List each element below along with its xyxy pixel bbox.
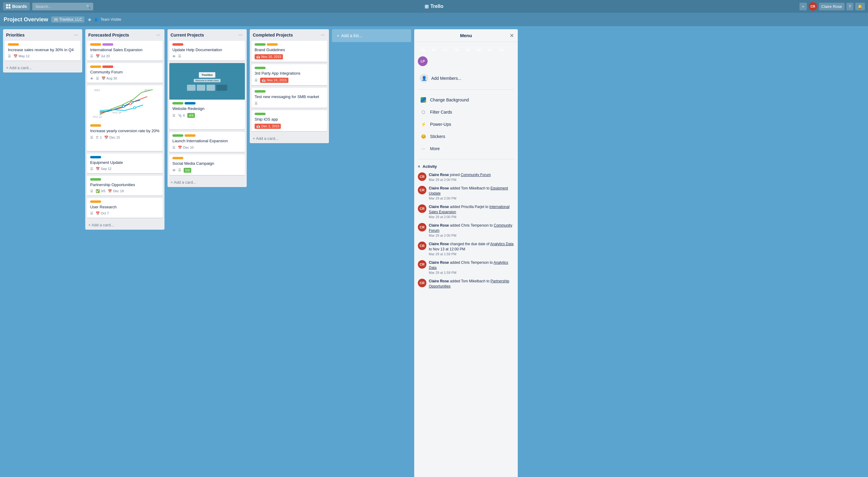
board-org[interactable]: 🏢 Travidux, LLC [51, 17, 84, 23]
card-help-docs[interactable]: Update Help Documentation 👁 ☰ PP [169, 41, 245, 61]
label-yellow [267, 43, 278, 46]
add-card-forecasted[interactable]: + Add a card... [85, 220, 164, 230]
watch-icon: 👁 [90, 77, 93, 81]
user-name-button[interactable]: Claire Rose [819, 3, 844, 10]
board-header: Project Overview 🏢 Travidux, LLC ★ 👥 Tea… [0, 13, 868, 26]
card-title: Increase sales revenue by 30% in Q4 [8, 47, 78, 53]
menu-avatar[interactable]: LP [418, 56, 428, 66]
card-ship-ios[interactable]: Ship iOS app 📅 Dec 1, 2015 [252, 110, 327, 131]
card-brand-guidelines[interactable]: Brand Guidelines 📅 Nov 10, 2015 [252, 41, 327, 62]
card-title: User Research [90, 204, 160, 210]
activity-avatar: CR [418, 186, 426, 194]
activity-title: Activity [423, 164, 437, 169]
filter-cards-item[interactable]: ⬡ Filter Cards [418, 106, 514, 118]
notifications-button[interactable]: 🔔 [855, 3, 865, 10]
search-wrap: 🔍 [32, 3, 93, 10]
activity-link[interactable]: Community Forum [461, 173, 491, 177]
star-button[interactable]: ★ [87, 17, 92, 23]
background-icon [420, 96, 427, 103]
menu-avatar[interactable]: RJ [486, 45, 495, 55]
stickers-item[interactable]: 😊 Stickers [418, 130, 514, 143]
card-increase-sales[interactable]: Increase sales revenue by 30% in Q4 ☰ 📅 … [5, 41, 81, 61]
card-3rd-party[interactable]: 3rd Party App Integrations ☰ 📅 Nov 24, 2… [252, 64, 327, 85]
activity-avatar: CR [418, 172, 426, 181]
activity-time: Mar 29 at 2:00 PM [429, 178, 514, 182]
card-meta: 👁 ☰ [173, 54, 242, 58]
more-item[interactable]: ··· More [418, 143, 514, 155]
activity-avatar: CR [418, 260, 426, 269]
card-conversion-rate[interactable]: 2014 2015 2013, Q1 2013, Q4 [87, 85, 163, 151]
add-button[interactable]: + [800, 3, 807, 10]
menu-avatar[interactable]: CR [418, 45, 428, 55]
watch-icon: 👁 [173, 55, 176, 58]
menu-avatar[interactable]: CT [440, 45, 450, 55]
activity-avatar: CR [418, 279, 426, 287]
checklist-count: ✅ 0/5 [96, 189, 105, 193]
avatar: CT [152, 72, 160, 81]
card-avatars: CR PP [144, 50, 160, 58]
card-title: Ship iOS app [255, 117, 324, 122]
menu-avatar[interactable]: MK [474, 45, 484, 55]
activity-user: Claire Rose [429, 279, 449, 283]
activity-user: Claire Rose [429, 205, 449, 209]
menu-divider [418, 89, 514, 90]
card-body: Increase yearly conversion rate by 20% ☰… [87, 122, 163, 151]
power-ups-item[interactable]: ⚡ Power-Ups [418, 118, 514, 130]
card-social-media[interactable]: Social Media Campaign 👁 ☰ 5/6 MK TM CT [169, 154, 245, 175]
label-green [173, 134, 183, 137]
card-avatars: JD [90, 141, 160, 149]
card-launch-intl[interactable]: Launch International Expansion ☰ 📅 Dec 1… [169, 132, 245, 152]
add-card-completed[interactable]: + Add a card... [250, 134, 329, 143]
list-menu-completed[interactable]: ··· [319, 32, 326, 38]
change-background-label: Change Background [430, 97, 469, 102]
help-button[interactable]: ? [846, 3, 854, 10]
svg-text:2013, Q1: 2013, Q1 [93, 115, 102, 118]
card-intl-sales[interactable]: International Sales Expansion ☰ 📅 Jul 20… [87, 41, 163, 61]
label-purple [102, 43, 113, 46]
user-avatar[interactable]: CR [809, 2, 817, 11]
list-menu-priorities[interactable]: ··· [73, 32, 79, 38]
card-test-messaging[interactable]: Test new messaging for SMB market ☰ [252, 88, 327, 108]
attach-count: 📎 6 [178, 114, 185, 118]
add-card-current[interactable]: + Add a card... [167, 178, 247, 187]
card-title: Increase yearly conversion rate by 20% [90, 128, 160, 134]
list-menu-current[interactable]: ··· [237, 32, 244, 38]
label-green [255, 43, 266, 46]
list-menu-forecasted[interactable]: ··· [155, 32, 161, 38]
card-avatars: TM CT [144, 72, 160, 81]
card-title: 3rd Party App Integrations [255, 71, 324, 76]
checklist-icon: ☰ [90, 136, 93, 140]
avatar: MK [217, 165, 225, 173]
activity-section: ≡ Activity CR Claire Rose joined Communi… [414, 161, 518, 296]
visibility-icon: 👥 [95, 18, 99, 22]
board-title: Project Overview [4, 17, 48, 23]
menu-avatar[interactable]: PP [429, 45, 439, 55]
change-background-item[interactable]: Change Background [418, 94, 514, 106]
search-input[interactable] [32, 3, 93, 10]
label-yellow [90, 65, 101, 68]
card-website-redesign[interactable]: Travidux Welcome to What's Next [169, 63, 245, 129]
menu-close-button[interactable]: ✕ [509, 32, 514, 39]
due-badge: 📅 Nov 10, 2015 [255, 54, 283, 59]
card-equipment-update[interactable]: Equipment Update ☰ 📅 Sep 12 MK TM [87, 153, 163, 173]
menu-avatar[interactable]: SK [497, 45, 506, 55]
more-icon: ··· [420, 145, 427, 152]
trello-logo-icon: ⊞ [425, 4, 429, 9]
card-chart: 2014 2015 2013, Q1 2013, Q4 [87, 85, 163, 122]
list-header-current: Current Projects ··· [167, 29, 247, 41]
add-members-button[interactable]: 👤 Add Members... [418, 71, 514, 85]
svg-text:2014: 2014 [94, 89, 100, 92]
label-green [255, 90, 266, 93]
card-title: Website Redesign [173, 106, 242, 112]
add-list-button[interactable]: + Add a list... [332, 29, 411, 42]
add-list-icon: + [337, 33, 339, 38]
boards-button[interactable]: Boards [3, 2, 30, 10]
card-community-forum[interactable]: Community Forum 👁 ☰ 📅 Aug 30 TM CT [87, 63, 163, 83]
activity-link[interactable]: Analytics Data [490, 242, 514, 246]
menu-avatar[interactable]: JD [452, 45, 461, 55]
card-user-research[interactable]: User Research ☰ 📅 Oct 7 CR [87, 198, 163, 218]
menu-avatar[interactable]: TM [463, 45, 473, 55]
add-card-priorities[interactable]: + Add a card... [3, 63, 82, 72]
card-partnership[interactable]: Partnership Opportunities ☰ ✅ 0/5 📅 Dec … [87, 176, 163, 196]
activity-content: Claire Rose added Chris Temperson to Ana… [429, 260, 514, 275]
